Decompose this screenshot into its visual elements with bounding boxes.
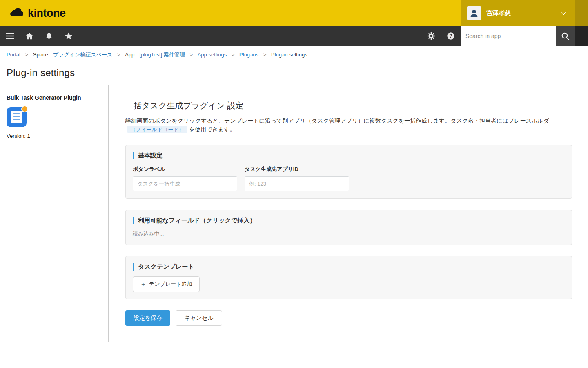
breadcrumb-app-link[interactable]: [plugTest] 案件管理 [140, 52, 185, 58]
breadcrumb-portal-link[interactable]: Portal [7, 52, 20, 58]
search-button[interactable] [556, 26, 575, 46]
page-title: Plug-in settings [0, 61, 588, 79]
description-text-after: を使用できます。 [189, 126, 236, 132]
save-button[interactable]: 設定を保存 [125, 310, 170, 326]
search-input[interactable] [461, 26, 556, 46]
available-fields-section: 利用可能なフィールド（クリックで挿入） 読み込み中... [125, 210, 572, 245]
navbar-corner [575, 26, 588, 46]
hamburger-menu-icon[interactable] [0, 26, 20, 46]
plugin-settings-heading: 一括タスク生成プラグイン 設定 [125, 100, 572, 111]
accent-bar [133, 152, 134, 159]
breadcrumb-app-prefix: App: [125, 52, 136, 58]
basic-settings-section: 基本設定 ボタンラベル タスク生成先アプリID [125, 145, 572, 199]
header-corner [575, 0, 588, 26]
plugin-name: Bulk Task Generator Plugin [7, 94, 102, 101]
button-label-input[interactable] [133, 176, 237, 191]
add-template-label: テンプレート追加 [149, 280, 192, 288]
accent-bar [133, 217, 134, 224]
breadcrumb-separator: > [263, 52, 267, 58]
breadcrumb-app-settings-link[interactable]: App settings [198, 52, 227, 58]
basic-settings-fields: ボタンラベル タスク生成先アプリID [133, 166, 565, 191]
available-fields-title: 利用可能なフィールド（クリックで挿入） [133, 217, 565, 224]
plugin-sidebar: Bulk Task Generator Plugin Version: 1 [0, 85, 109, 342]
form-actions: 設定を保存 キャンセル [125, 310, 572, 326]
button-label-field: ボタンラベル [133, 166, 237, 191]
breadcrumb-space-prefix: Space: [33, 52, 49, 58]
plus-icon: ＋ [140, 280, 146, 288]
task-template-section: タスクテンプレート ＋ テンプレート追加 [125, 256, 572, 299]
basic-settings-title: 基本設定 [133, 152, 565, 159]
plugin-document-glyph [11, 111, 22, 123]
plugin-badge [21, 105, 28, 112]
kintone-cloud-icon [9, 7, 24, 19]
plugin-description: 詳細画面のボタンをクリックすると、テンプレートに沿って別アプリ（タスク管理アプリ… [125, 117, 571, 134]
task-template-title-text: タスクテンプレート [138, 263, 194, 271]
user-menu[interactable]: 宮澤孝慈 [461, 0, 575, 26]
app-search-box [461, 26, 556, 46]
settings-gear-icon[interactable] [421, 26, 441, 46]
home-icon[interactable] [20, 26, 39, 46]
breadcrumb: Portal > Space: プラグイン検証スペース > App: [plug… [0, 46, 588, 61]
kintone-logo[interactable]: kintone [0, 7, 66, 20]
target-app-id-input[interactable] [245, 176, 349, 191]
help-icon[interactable]: ? [441, 26, 461, 46]
app-header: kintone 宮澤孝慈 [0, 0, 588, 26]
breadcrumb-separator: > [117, 52, 120, 58]
loading-text: 読み込み中... [133, 230, 565, 238]
svg-text:?: ? [449, 33, 452, 39]
target-app-id-label: タスク生成先アプリID [245, 166, 349, 173]
field-code-chip: ｛フィールドコード｝ [127, 126, 187, 133]
user-avatar [467, 6, 481, 20]
plugin-icon [7, 107, 27, 127]
add-template-button[interactable]: ＋ テンプレート追加 [133, 276, 200, 292]
plugin-version: Version: 1 [7, 133, 102, 139]
button-label-label: ボタンラベル [133, 166, 237, 173]
accent-bar [133, 263, 134, 271]
plugin-settings-main: 一括タスク生成プラグイン 設定 詳細画面のボタンをクリックすると、テンプレートに… [109, 85, 572, 342]
notifications-bell-icon[interactable] [39, 26, 59, 46]
task-template-title: タスクテンプレート [133, 263, 565, 271]
plugin-icon-line [13, 116, 20, 117]
description-text-before: 詳細画面のボタンをクリックすると、テンプレートに沿って別アプリ（タスク管理アプリ… [125, 117, 549, 124]
brand-name: kintone [28, 7, 66, 20]
content-area: Bulk Task Generator Plugin Version: 1 一括… [0, 85, 588, 342]
breadcrumb-separator: > [25, 52, 29, 58]
plugin-icon-line [13, 113, 20, 114]
global-navbar: ? [0, 26, 588, 46]
target-app-id-field: タスク生成先アプリID [245, 166, 349, 191]
breadcrumb-space-link[interactable]: プラグイン検証スペース [53, 52, 112, 58]
cancel-button[interactable]: キャンセル [176, 310, 222, 326]
available-fields-title-text: 利用可能なフィールド（クリックで挿入） [138, 217, 256, 224]
search-icon [560, 31, 570, 41]
plugin-icon-line [13, 119, 20, 120]
user-name: 宮澤孝慈 [486, 9, 511, 17]
chevron-down-icon [560, 10, 567, 17]
favorites-star-icon[interactable] [59, 26, 78, 46]
basic-settings-title-text: 基本設定 [138, 152, 163, 159]
breadcrumb-separator: > [232, 52, 235, 58]
breadcrumb-separator: > [189, 52, 193, 58]
breadcrumb-current: Plug-in settings [271, 52, 307, 58]
breadcrumb-plugins-link[interactable]: Plug-ins [239, 52, 258, 58]
